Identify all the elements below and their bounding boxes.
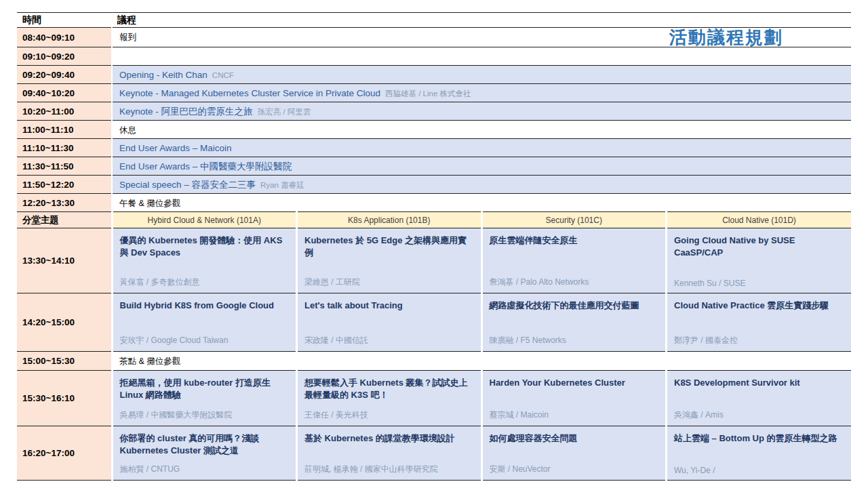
header-row: 時間 議程 — [17, 13, 851, 28]
session-cell: Let's talk about Tracing 宋政隆 / 中國信託 — [297, 293, 482, 352]
session-speaker: 鄭淳尹 / 國泰金控 — [674, 335, 844, 346]
session-cell: Harden Your Kubernetes Cluster 蔡宗城 / Mai… — [481, 371, 667, 426]
session-title: Going Cloud Native by SUSE CaaSP/CAP — [674, 235, 844, 258]
session-title: 原生雲端伴隨安全原生 — [490, 235, 659, 247]
session-title: 網路虛擬化技術下的最佳應用交付藍圖 — [490, 300, 659, 312]
time-cell: 11:00~11:10 — [17, 121, 112, 139]
agenda-cell: End User Awards – 中國醫藥大學附設醫院 — [112, 157, 851, 176]
session-title: Kubernetes 於 5G Edge 之架構與應用實例 — [304, 235, 474, 258]
time-cell: 15:30~16:10 — [17, 371, 112, 426]
session-speaker: 詹鴻基 / Palo Alto Networks — [490, 277, 659, 288]
schedule-row: 10:20~11:00 Keynote - 阿里巴巴的雲原生之旅孫宏亮 / 阿里… — [17, 102, 851, 121]
time-cell: 08:40~09:10 — [17, 28, 112, 47]
session-speaker: 安斯 / NeuVector — [490, 464, 659, 475]
agenda-cell: End User Awards – Maicoin — [112, 139, 851, 157]
agenda-text: 午餐 & 攤位參觀 — [119, 199, 180, 208]
session-speaker: Kenneth Su / SUSE — [674, 279, 844, 288]
agenda-text: End User Awards – 中國醫藥大學附設醫院 — [119, 161, 292, 171]
agenda-speaker: 孫宏亮 / 阿里雲 — [258, 108, 311, 116]
agenda-speaker: Ryan 蕭睿廷 — [260, 181, 304, 189]
time-cell: 09:10~09:20 — [17, 47, 112, 66]
time-cell: 11:10~11:30 — [17, 139, 112, 157]
agenda-cell: Opening - Keith ChanCNCF — [112, 66, 851, 84]
session-cell: 你部署的 cluster 真的可用嗎？淺談 Kubernetes Cluster… — [112, 426, 297, 481]
session-cell: Build Hybrid K8S from Google Cloud 安玫宇 /… — [112, 293, 297, 352]
session-row: 13:30~14:10 優異的 Kubernetes 開發體驗：使用 AKS 與… — [17, 228, 851, 293]
session-cell: 拒絕黑箱，使用 kube-router 打造原生 Linux 網路體驗 吳易璋 … — [112, 371, 297, 426]
session-cell: 網路虛擬化技術下的最佳應用交付藍圖 陳廣融 / F5 Networks — [481, 293, 667, 352]
session-title: 想要輕鬆入手 Kubernets 叢集？試試史上最輕量級的 K3S 吧！ — [304, 377, 474, 401]
session-cell: Kubernetes 於 5G Edge 之架構與應用實例 梁維恩 / 工研院 — [297, 228, 482, 293]
session-speaker: 梁維恩 / 工研院 — [304, 277, 474, 288]
session-title: Cloud Native Practice 雲原生實踐步驟 — [674, 300, 844, 312]
session-title: 優異的 Kubernetes 開發體驗：使用 AKS 與 Dev Spaces — [120, 235, 290, 258]
session-title: 基於 Kubernetes 的課堂教學環境設計 — [304, 432, 474, 445]
session-cell: Going Cloud Native by SUSE CaaSP/CAP Ken… — [667, 228, 852, 293]
time-cell: 15:00~15:30 — [17, 352, 112, 371]
track-header-label: 分堂主題 — [17, 212, 112, 228]
schedule-row: 15:00~15:30 茶點 & 攤位參觀 — [17, 352, 851, 371]
time-cell: 16:20~17:00 — [17, 426, 112, 481]
session-cell: 站上雲端 – Bottom Up 的雲原生轉型之路 Wu, Yi-De / — [667, 426, 852, 481]
page-title: 活動議程規劃 — [669, 28, 844, 46]
session-title: Harden Your Kubernetes Cluster — [490, 377, 659, 389]
track-header-101a: Hybird Cloud & Network (101A) — [112, 212, 297, 228]
session-cell: K8S Development Survivor kit 吳鴻鑫 / Amis — [667, 371, 852, 426]
session-speaker: Wu, Yi-De / — [674, 466, 844, 475]
agenda-page: 時間 議程 08:40~09:10 報到 活動議程規劃 09:10~09:20 … — [0, 0, 868, 481]
session-cell: Cloud Native Practice 雲原生實踐步驟 鄭淳尹 / 國泰金控 — [667, 293, 852, 352]
session-title: 如何處理容器安全問題 — [490, 432, 659, 445]
agenda-text: Opening - Keith Chan — [119, 70, 208, 80]
session-cell: 基於 Kubernetes 的課堂教學環境設計 莊明城, 楊承翰 / 國家中山科… — [297, 426, 482, 481]
time-cell: 11:30~11:50 — [17, 157, 112, 176]
session-title: 站上雲端 – Bottom Up 的雲原生轉型之路 — [674, 432, 844, 445]
session-title: K8S Development Survivor kit — [674, 377, 844, 389]
time-cell: 13:30~14:10 — [17, 228, 112, 293]
column-header-agenda: 議程 — [112, 13, 851, 28]
agenda-text: 茶點 & 攤位參觀 — [119, 357, 180, 366]
agenda-text: 休息 — [119, 125, 136, 135]
session-speaker: 莊明城, 楊承翰 / 國家中山科學研究院 — [304, 464, 474, 475]
session-title: 拒絕黑箱，使用 kube-router 打造原生 Linux 網路體驗 — [120, 377, 290, 401]
session-speaker: 施柏賢 / CNTUG — [120, 464, 290, 475]
schedule-row: 12:20~13:30 午餐 & 攤位參觀 — [17, 194, 851, 212]
track-header-row: 分堂主題 Hybird Cloud & Network (101A) K8s A… — [17, 212, 851, 228]
time-cell: 12:20~13:30 — [17, 194, 112, 212]
session-row: 14:20~15:00 Build Hybrid K8S from Google… — [17, 293, 851, 352]
session-speaker: 王偉任 / 美光科技 — [304, 409, 474, 421]
session-speaker: 吳易璋 / 中國醫藥大學附設醫院 — [120, 409, 290, 421]
agenda-cell: 報到 活動議程規劃 — [112, 28, 851, 47]
schedule-row: 11:00~11:10 休息 — [17, 121, 851, 139]
session-title: Let's talk about Tracing — [304, 300, 474, 312]
session-cell: 優異的 Kubernetes 開發體驗：使用 AKS 與 Dev Spaces … — [112, 228, 297, 293]
track-header-101c: Security (101C) — [481, 212, 667, 228]
session-title: 你部署的 cluster 真的可用嗎？淺談 Kubernetes Cluster… — [120, 432, 290, 456]
schedule-row: 11:30~11:50 End User Awards – 中國醫藥大學附設醫院 — [17, 157, 851, 176]
agenda-speaker: 西脇雄基 / Line 株式會社 — [385, 89, 471, 98]
column-header-time: 時間 — [17, 13, 112, 28]
schedule-row: 11:50~12:20 Special speech – 容器安全二三事Ryan… — [17, 176, 851, 194]
session-row: 15:30~16:10 拒絕黑箱，使用 kube-router 打造原生 Lin… — [17, 371, 851, 426]
agenda-cell: Keynote - Managed Kubernetes Cluster Ser… — [112, 84, 851, 102]
session-cell: 如何處理容器安全問題 安斯 / NeuVector — [481, 426, 667, 481]
time-cell: 09:20~09:40 — [17, 66, 112, 84]
agenda-cell: Keynote - 阿里巴巴的雲原生之旅孫宏亮 / 阿里雲 — [112, 102, 851, 121]
schedule-row: 09:40~10:20 Keynote - Managed Kubernetes… — [17, 84, 851, 102]
session-speaker: 蔡宗城 / Maicoin — [490, 409, 659, 421]
time-cell: 11:50~12:20 — [17, 176, 112, 194]
agenda-cell: 茶點 & 攤位參觀 — [112, 352, 851, 371]
agenda-text: Keynote - Managed Kubernetes Cluster Ser… — [119, 88, 380, 98]
session-speaker: 陳廣融 / F5 Networks — [490, 335, 659, 346]
session-speaker: 吳鴻鑫 / Amis — [674, 409, 844, 421]
schedule-row: 09:10~09:20 — [17, 47, 851, 66]
schedule-row: 09:20~09:40 Opening - Keith ChanCNCF — [17, 66, 851, 84]
time-cell: 14:20~15:00 — [17, 293, 112, 352]
session-speaker: 安玫宇 / Google Cloud Taiwan — [120, 335, 290, 346]
session-title: Build Hybrid K8S from Google Cloud — [120, 300, 290, 312]
session-cell: 想要輕鬆入手 Kubernets 叢集？試試史上最輕量級的 K3S 吧！ 王偉任… — [297, 371, 482, 426]
session-speaker: 宋政隆 / 中國信託 — [304, 335, 474, 346]
agenda-text: Keynote - 阿里巴巴的雲原生之旅 — [119, 106, 253, 117]
agenda-cell — [112, 47, 851, 66]
session-row: 16:20~17:00 你部署的 cluster 真的可用嗎？淺談 Kubern… — [17, 426, 851, 481]
track-header-101b: K8s Application (101B) — [297, 212, 482, 228]
